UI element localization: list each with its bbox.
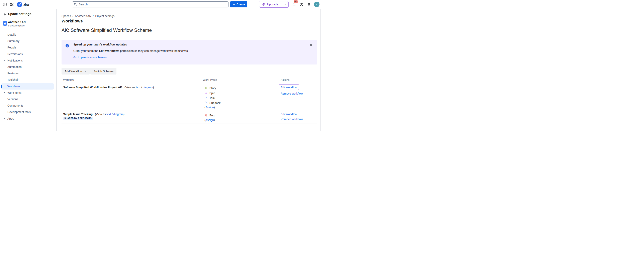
remove-workflow-link[interactable]: Remove workflow <box>280 118 317 121</box>
sidebar-item-features[interactable]: Features <box>0 70 56 76</box>
work-type-label: Task <box>210 96 215 100</box>
upgrade-label: Upgrade <box>267 3 278 6</box>
switch-scheme-label: Switch Scheme <box>94 70 114 73</box>
sidebar-item-people[interactable]: People <box>0 44 56 51</box>
view-as-text-link[interactable]: text <box>106 113 111 116</box>
focus-ring: Edit workflow <box>278 84 299 90</box>
view-as-fragment: (View as text / diagram) <box>95 113 124 116</box>
sidebar-item-toolchain[interactable]: Toolchain <box>0 76 56 83</box>
upgrade-button[interactable]: Upgrade <box>259 1 281 7</box>
view-as-suffix: ) <box>153 86 154 89</box>
epic-icon <box>204 92 208 95</box>
breadcrumb-project-settings[interactable]: Project settings <box>95 14 114 18</box>
scrollbar-track <box>320 9 320 131</box>
banner-title: Speed up your team's workflow updates <box>73 43 127 46</box>
add-workflow-button[interactable]: Add Workflow <box>62 68 90 74</box>
sidebar-item-components[interactable]: Components <box>0 102 56 109</box>
work-type-story: Story <box>203 86 279 91</box>
question-mark-icon <box>299 2 304 6</box>
app-window: Jira Create <box>0 0 322 131</box>
sidebar-item-label: Components <box>8 104 23 107</box>
workflow-name-cell: Software Simplified Workflow for Project… <box>62 83 201 110</box>
work-type-bug: Bug <box>203 113 279 118</box>
sidebar-item-apps[interactable]: Apps <box>0 115 56 122</box>
work-type-label: Bug <box>210 114 214 117</box>
banner-body-text: Grant your team the <box>73 49 99 52</box>
sidebar-item-versions[interactable]: Versions <box>0 96 56 102</box>
sidebar-item-label: People <box>8 46 16 49</box>
permission-schemes-link[interactable]: Go to permission schemes <box>73 56 107 59</box>
project-name: Another KAN <box>8 20 26 24</box>
sidebar-item-label: Automation <box>8 65 22 68</box>
sidebar-item-label: Permissions <box>8 52 23 56</box>
story-icon <box>204 86 208 90</box>
shared-projects-badge: SHARED BY 2 PROJECTS <box>63 117 93 120</box>
remove-workflow-link[interactable]: Remove workflow <box>280 92 317 95</box>
collapse-sidebar-button[interactable] <box>2 1 8 7</box>
bug-icon <box>204 114 208 117</box>
sidebar-item-details[interactable]: Details <box>0 31 56 38</box>
sidebar-item-summary[interactable]: Summary <box>0 38 56 44</box>
view-as-diagram-link[interactable]: diagram <box>143 86 153 89</box>
back-button[interactable] <box>2 12 8 17</box>
view-as-diagram-link[interactable]: diagram <box>114 113 124 116</box>
sidebar-item-label: Workflows <box>8 85 20 88</box>
work-types-cell: Story Epic Task <box>201 83 279 110</box>
banner-body: Grant your team the Edit Workflows permi… <box>73 49 188 52</box>
sidebar-title: Space settings <box>8 12 31 16</box>
upgrade-button-group: Upgrade <box>259 1 289 7</box>
search-input[interactable] <box>72 1 229 7</box>
sidebar-item-permissions[interactable]: Permissions <box>0 51 56 57</box>
sidebar-item-development-tools[interactable]: Development tools <box>0 109 56 115</box>
assign-link[interactable]: Assign <box>206 118 214 122</box>
app-switcher-button[interactable] <box>9 1 15 7</box>
paren: ) <box>214 106 215 109</box>
view-as-text-link[interactable]: text <box>136 86 140 89</box>
work-type-label: Sub-task <box>210 101 220 105</box>
switch-scheme-button[interactable]: Switch Scheme <box>90 68 116 74</box>
jira-logo <box>17 2 22 7</box>
view-as-slash: / <box>140 86 143 89</box>
breadcrumb-project[interactable]: Another KAN <box>75 14 92 18</box>
sidebar-item-label: Details <box>8 33 16 36</box>
sidebar-item-label: Development tools <box>8 110 31 114</box>
workflow-name-cell: Simple Issue Tracking (View as text / di… <box>62 110 201 124</box>
create-button[interactable]: Create <box>230 1 247 7</box>
help-button[interactable] <box>298 1 304 7</box>
sidebar-item-notifications[interactable]: Notifications <box>0 57 56 64</box>
actions-cell: Edit workflow Remove workflow <box>279 110 317 124</box>
workflows-table: Workflow Work Types Actions Software Sim… <box>62 78 317 124</box>
project-identity: Another KAN Software space <box>0 20 56 29</box>
work-type-label: Epic <box>210 92 215 95</box>
page-title: Workflows <box>62 19 83 23</box>
sidebar-item-workflows[interactable]: Workflows <box>1 83 54 89</box>
topbar-right-cluster: Upgrade 9+ <box>259 1 320 7</box>
breadcrumb-spaces[interactable]: Spaces <box>62 14 71 18</box>
user-avatar[interactable]: JC <box>314 1 320 7</box>
global-search <box>72 1 229 7</box>
sidebar-item-work-items[interactable]: Work items <box>0 89 56 96</box>
work-types-cell: Bug (Assign) <box>201 110 279 124</box>
scheme-title: AK: Software Simplified Workflow Scheme <box>62 27 152 33</box>
subtask-icon <box>204 101 208 105</box>
column-header-workflow: Workflow <box>62 78 201 81</box>
sidebar-item-label: Notifications <box>8 59 23 62</box>
main-content: Spaces / Another KAN / Project settings … <box>56 9 322 131</box>
selected-indicator <box>2 85 2 88</box>
banner-body-text: permission so they can manage workflows … <box>119 49 188 52</box>
settings-button[interactable] <box>306 1 312 7</box>
assign-link[interactable]: Assign <box>206 106 214 109</box>
banner-close-button[interactable] <box>308 42 313 47</box>
panel-left-icon <box>2 2 7 6</box>
project-avatar <box>3 21 7 26</box>
edit-workflow-link[interactable]: Edit workflow <box>280 86 297 89</box>
paren: ) <box>214 118 215 122</box>
top-bar: Jira Create <box>0 0 322 9</box>
sidebar-item-automation[interactable]: Automation <box>0 64 56 70</box>
app-brand[interactable]: Jira <box>17 0 29 9</box>
upgrade-more-button[interactable] <box>281 1 288 7</box>
work-type-subtask: Sub-task <box>203 101 279 106</box>
edit-workflow-link[interactable]: Edit workflow <box>280 113 317 116</box>
view-as-fragment: (View as text / diagram) <box>124 86 154 89</box>
notifications-button[interactable]: 9+ <box>291 1 297 7</box>
